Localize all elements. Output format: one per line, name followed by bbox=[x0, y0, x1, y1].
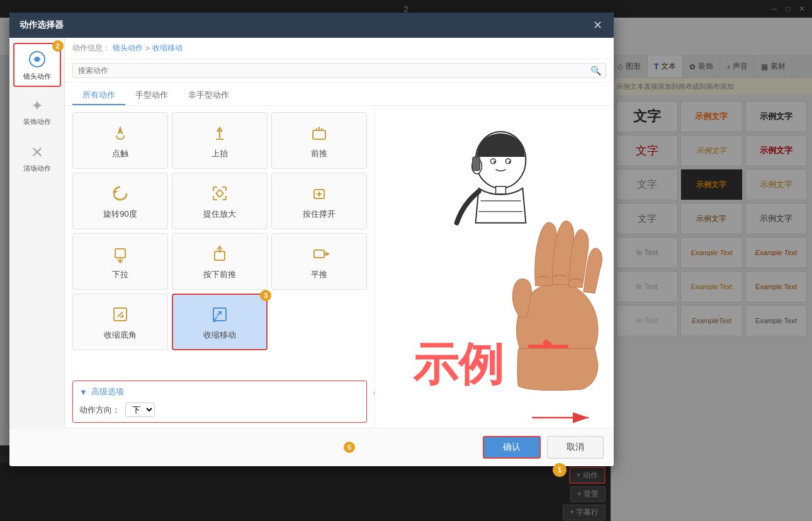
advanced-options: 4 ▼ 高级选项 动作方向： 下 上 左 bbox=[72, 381, 367, 423]
shrink-move-icon bbox=[208, 303, 231, 326]
action-rotate-label: 旋转90度 bbox=[103, 209, 137, 220]
action-item-shrink-move[interactable]: 3 收缩移动 bbox=[172, 294, 268, 350]
action-item-press-push[interactable]: 按下前推 bbox=[172, 233, 268, 290]
svg-point-8 bbox=[218, 250, 221, 253]
actions-container: 点触 上抬 bbox=[65, 106, 614, 428]
sidebar-decoration-label: 装饰动作 bbox=[23, 117, 51, 127]
step-badge-5: 5 bbox=[344, 442, 355, 453]
advanced-label: 高级选项 bbox=[91, 386, 124, 398]
dialog-body: 2 镜头动作 ✦ 装饰动作 ✕ 清场动作 bbox=[9, 38, 614, 428]
camera-action-icon bbox=[27, 49, 47, 69]
advanced-header[interactable]: ▼ 高级选项 bbox=[79, 386, 360, 398]
dialog-title: 动作选择器 bbox=[20, 20, 64, 31]
svg-point-17 bbox=[493, 161, 495, 163]
svg-point-18 bbox=[509, 161, 510, 163]
press-push-icon bbox=[208, 243, 231, 265]
breadcrumb-prefix: 动作信息： bbox=[72, 43, 110, 54]
step-badge-2: 2 bbox=[52, 40, 64, 52]
action-item-touch[interactable]: 点触 bbox=[72, 112, 168, 169]
action-item-pulldown[interactable]: 下拉 bbox=[72, 233, 168, 290]
action-shrink-corner-label: 收缩底角 bbox=[104, 329, 137, 341]
search-input[interactable] bbox=[72, 63, 606, 78]
svg-text:示例: 示例 bbox=[413, 339, 504, 389]
pulldown-icon bbox=[109, 243, 132, 265]
spread-icon bbox=[308, 182, 330, 205]
breadcrumb-parent[interactable]: 镜头动作 bbox=[113, 43, 143, 54]
action-shrink-move-label: 收缩移动 bbox=[203, 329, 236, 341]
step-badge-1: 1 bbox=[553, 463, 567, 477]
step-badge-3: 3 bbox=[260, 290, 271, 301]
action-item-rotate[interactable]: 旋转90度 bbox=[72, 173, 168, 229]
red-arrow-container bbox=[526, 399, 601, 439]
tab-nonhand-actions[interactable]: 非手型动作 bbox=[178, 86, 239, 105]
action-spread-label: 按住撑开 bbox=[303, 209, 336, 220]
red-arrow-icon bbox=[526, 399, 601, 437]
dialog-sidebar: 2 镜头动作 ✦ 装饰动作 ✕ 清场动作 bbox=[9, 38, 65, 428]
dialog-close-button[interactable]: ✕ bbox=[591, 19, 604, 31]
clear-action-icon: ✕ bbox=[31, 144, 43, 161]
search-icon: 🔍 bbox=[590, 66, 601, 76]
sidebar-item-clear[interactable]: ✕ 清场动作 bbox=[13, 136, 61, 180]
confirm-button[interactable]: 确认 bbox=[483, 436, 541, 459]
breadcrumb-separator: > bbox=[145, 44, 150, 53]
action-lift-label: 上抬 bbox=[211, 148, 228, 159]
magnify-icon bbox=[208, 182, 231, 205]
action-item-lift[interactable]: 上抬 bbox=[172, 112, 268, 169]
actions-grid: 点触 上抬 bbox=[65, 106, 375, 375]
tab-hand-actions[interactable]: 手型动作 bbox=[125, 86, 178, 105]
tab-all-actions[interactable]: 所有动作 bbox=[72, 86, 125, 105]
svg-rect-23 bbox=[495, 186, 505, 194]
preview-area: 示例 字 bbox=[375, 106, 614, 428]
svg-rect-20 bbox=[473, 157, 480, 171]
action-magnify-label: 提住放大 bbox=[203, 209, 236, 220]
sidebar-item-camera[interactable]: 2 镜头动作 bbox=[13, 43, 61, 87]
decoration-action-icon: ✦ bbox=[31, 97, 43, 115]
dialog-footer: 5 确认 取消 bbox=[9, 428, 614, 466]
svg-rect-6 bbox=[115, 249, 125, 258]
sidebar-item-decoration[interactable]: ✦ 装饰动作 bbox=[13, 89, 61, 134]
svg-point-1 bbox=[35, 57, 40, 62]
breadcrumb-current: 收缩移动 bbox=[152, 43, 183, 54]
action-selector-dialog: 动作选择器 ✕ 2 镜头动作 bbox=[9, 13, 614, 466]
search-area: 🔍 bbox=[65, 59, 614, 83]
lift-icon bbox=[208, 122, 231, 144]
advanced-direction-row: 动作方向： 下 上 左 右 bbox=[79, 403, 360, 417]
svg-rect-2 bbox=[313, 130, 325, 139]
action-item-push[interactable]: 前推 bbox=[271, 112, 367, 169]
action-pulldown-label: 下拉 bbox=[112, 269, 128, 280]
action-item-flat-push[interactable]: 平推 bbox=[271, 233, 367, 290]
action-press-push-label: 按下前推 bbox=[203, 269, 236, 280]
shrink-corner-icon bbox=[109, 303, 132, 326]
action-push-label: 前推 bbox=[311, 148, 327, 159]
action-touch-label: 点触 bbox=[112, 148, 128, 159]
dialog-main: 动作信息： 镜头动作 > 收缩移动 🔍 所有动作 手型动作 bbox=[65, 38, 614, 428]
direction-label: 动作方向： bbox=[79, 404, 120, 416]
push-icon bbox=[308, 122, 330, 144]
cancel-button[interactable]: 取消 bbox=[547, 436, 604, 459]
rotate-icon bbox=[109, 182, 132, 205]
direction-select[interactable]: 下 上 左 右 bbox=[125, 403, 155, 417]
action-item-shrink-corner[interactable]: 收缩底角 bbox=[72, 294, 168, 350]
dialog-header: 动作选择器 ✕ bbox=[9, 13, 614, 38]
flat-push-icon bbox=[308, 243, 330, 265]
sidebar-camera-label: 镜头动作 bbox=[23, 72, 51, 81]
svg-rect-7 bbox=[215, 251, 225, 260]
breadcrumb: 动作信息： 镜头动作 > 收缩移动 bbox=[65, 38, 614, 59]
action-tabs: 所有动作 手型动作 非手型动作 bbox=[65, 83, 614, 106]
triangle-icon: ▼ bbox=[79, 387, 87, 397]
preview-illustration: 示例 字 bbox=[375, 106, 614, 428]
touch-icon bbox=[109, 122, 132, 144]
svg-rect-9 bbox=[314, 250, 324, 258]
action-item-spread[interactable]: 按住撑开 bbox=[271, 173, 367, 229]
modal-overlay: 动作选择器 ✕ 2 镜头动作 bbox=[0, 0, 812, 521]
svg-point-5 bbox=[318, 193, 320, 195]
sidebar-clear-label: 清场动作 bbox=[23, 164, 51, 173]
action-flat-push-label: 平推 bbox=[311, 269, 327, 280]
action-item-magnify[interactable]: 提住放大 bbox=[172, 173, 268, 229]
